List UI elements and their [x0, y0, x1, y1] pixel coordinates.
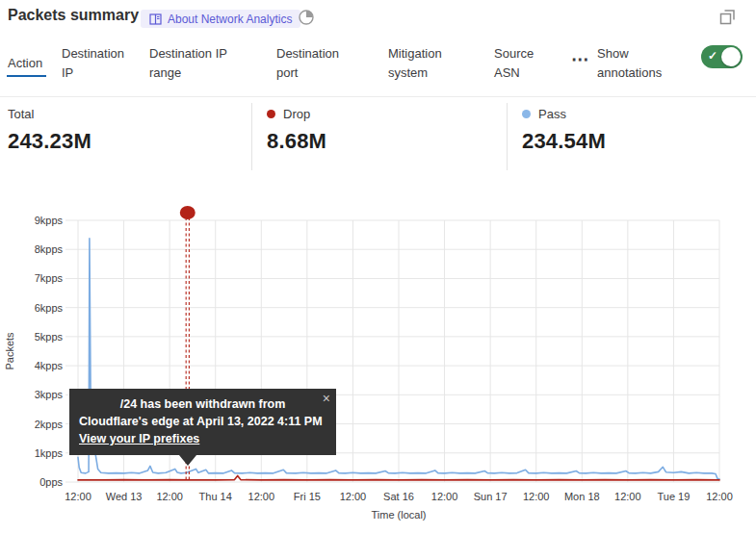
stat-total: Total 243.23M	[8, 106, 91, 154]
x-tick-label: 12:00	[248, 491, 275, 502]
y-tick-label: 8kpps	[35, 243, 64, 255]
stat-divider	[251, 103, 252, 170]
tooltip-text-line1: /24 has been withdrawn from	[79, 395, 326, 413]
pass-legend-dot	[522, 110, 531, 118]
tab-destination-ip[interactable]: Destination IP	[62, 44, 131, 83]
annotation-marker	[180, 206, 196, 219]
x-tick-label: Thu 14	[199, 491, 232, 502]
x-tick-label: Sat 16	[383, 491, 414, 502]
y-tick-label: 0pps	[39, 476, 63, 488]
y-tick-label: 2kpps	[35, 419, 64, 430]
close-icon[interactable]: ×	[323, 390, 330, 407]
packets-summary-panel: Packets summary About Network Analytics …	[0, 0, 756, 534]
x-tick-label: Fri 15	[294, 491, 321, 502]
x-tick-label: 12:00	[523, 491, 550, 502]
y-tick-label: 1kpps	[35, 447, 64, 459]
x-tick-label: Tue 19	[658, 491, 691, 502]
stat-drop[interactable]: Drop 8.68M	[267, 106, 326, 154]
x-tick-label: 12:00	[156, 491, 183, 502]
check-icon: ✓	[708, 49, 717, 63]
x-axis-title: Time (local)	[371, 509, 426, 521]
badge-label: About Network Analytics	[168, 13, 292, 26]
popout-icon[interactable]	[719, 9, 737, 26]
show-annotations-label: Show annotations	[597, 44, 686, 83]
stat-pass-value: 234.54M	[522, 129, 606, 154]
stat-drop-value: 8.68M	[267, 129, 326, 154]
tab-destination-ip-range[interactable]: Destination IP range	[149, 44, 236, 83]
stat-divider	[507, 103, 508, 170]
y-axis-title: Packets	[4, 332, 15, 370]
x-tick-label: 12:00	[340, 491, 367, 502]
drop-legend-dot	[267, 110, 275, 118]
y-tick-label: 6kpps	[35, 302, 64, 314]
stat-total-value: 243.23M	[8, 129, 91, 154]
toggle-knob	[721, 47, 741, 66]
time-period-icon[interactable]	[298, 9, 315, 26]
x-tick-label: 12:00	[431, 491, 458, 502]
about-network-analytics-badge[interactable]: About Network Analytics	[141, 10, 300, 28]
active-tab-underline	[7, 75, 46, 77]
x-tick-label: Mon 18	[564, 491, 600, 502]
y-tick-label: 3kpps	[35, 389, 64, 400]
stats-top-divider	[0, 96, 756, 97]
tab-source-asn[interactable]: Source ASN	[494, 44, 548, 83]
show-annotations-toggle[interactable]: ✓	[701, 45, 743, 68]
y-tick-label: 7kpps	[35, 272, 64, 284]
stat-pass-label: Pass	[538, 107, 566, 121]
tab-mitigation-system[interactable]: Mitigation system	[388, 44, 463, 83]
y-tick-label: 4kpps	[35, 360, 64, 371]
y-tick-label: 5kpps	[35, 331, 64, 343]
y-tick-label: 9kpps	[35, 215, 64, 226]
tab-action[interactable]: Action	[8, 54, 42, 73]
more-tabs-icon[interactable]: ⋯	[571, 48, 590, 70]
annotation-tooltip: × /24 has been withdrawn from Cloudflare…	[69, 389, 336, 455]
tooltip-text-line2: Cloudflare's edge at April 13, 2022 4:11…	[79, 413, 326, 430]
tooltip-arrow	[179, 455, 196, 466]
x-tick-label: 12:00	[65, 491, 91, 502]
stat-drop-label: Drop	[283, 107, 310, 121]
page-title: Packets summary	[8, 7, 139, 24]
stat-pass[interactable]: Pass 234.54M	[522, 106, 606, 154]
x-tick-label: 12:00	[614, 491, 641, 502]
book-icon	[149, 13, 162, 25]
x-tick-label: 12:00	[706, 491, 733, 502]
x-tick-label: Sun 17	[474, 491, 508, 502]
x-tick-label: Wed 13	[106, 491, 143, 502]
stat-total-label: Total	[8, 107, 34, 121]
tab-destination-port[interactable]: Destination port	[276, 44, 353, 83]
view-ip-prefixes-link[interactable]: View your IP prefixes	[79, 430, 199, 447]
